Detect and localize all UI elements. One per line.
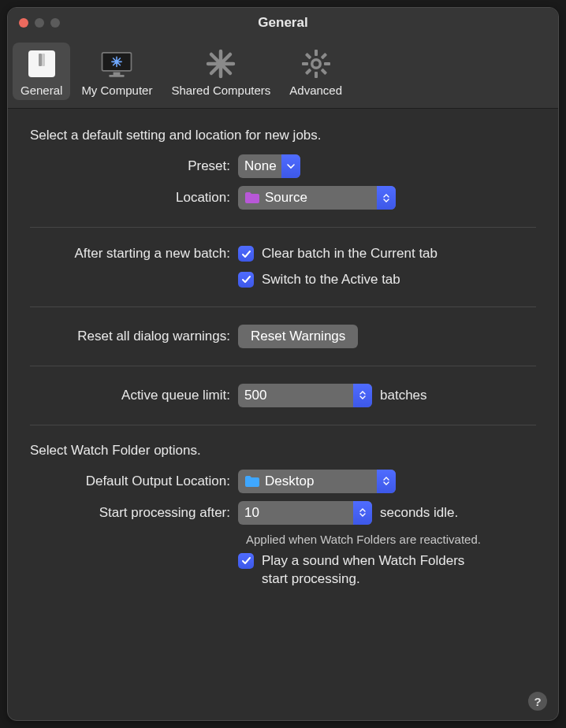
tab-label: General — [20, 84, 62, 97]
queue-limit-suffix: batches — [380, 388, 427, 403]
help-button[interactable]: ? — [528, 692, 547, 711]
separator — [30, 425, 536, 425]
titlebar: General — [8, 8, 558, 38]
separator — [30, 366, 536, 366]
location-popup[interactable]: Source — [238, 186, 396, 210]
queue-limit-label: Active queue limit: — [30, 388, 238, 403]
svg-rect-13 — [320, 53, 326, 59]
tab-general[interactable]: General — [13, 43, 70, 100]
start-processing-label: Start processing after: — [30, 505, 238, 521]
preset-value: None — [244, 158, 281, 174]
reset-warnings-button-label: Reset Warnings — [251, 329, 345, 344]
folder-blue-icon — [244, 475, 260, 488]
updown-icon — [377, 470, 396, 493]
checkmark-icon — [238, 246, 254, 262]
zoom-window-button[interactable] — [50, 18, 60, 28]
separator — [30, 227, 536, 228]
tab-label: Advanced — [289, 84, 342, 97]
play-sound-checkbox[interactable]: Play a sound when Watch Folders start pr… — [238, 552, 482, 589]
general-icon — [24, 47, 59, 80]
svg-rect-11 — [302, 62, 308, 65]
svg-rect-4 — [114, 72, 121, 76]
output-location-label: Default Output Location: — [30, 474, 238, 489]
close-window-button[interactable] — [19, 18, 28, 28]
switch-active-checkbox[interactable]: Switch to the Active tab — [238, 271, 400, 289]
general-pane: Select a default setting and location fo… — [8, 109, 558, 720]
play-sound-label: Play a sound when Watch Folders start pr… — [262, 552, 482, 589]
clear-batch-checkbox[interactable]: Clear batch in the Current tab — [238, 245, 438, 263]
tab-shared-computers[interactable]: Shared Computers — [163, 43, 278, 100]
svg-rect-14 — [305, 69, 311, 75]
svg-point-17 — [313, 61, 318, 67]
svg-rect-16 — [320, 69, 326, 75]
watch-folder-hint: Applied when Watch Folders are reactivat… — [246, 533, 536, 546]
output-location-value: Desktop — [265, 474, 377, 489]
updown-icon — [377, 186, 396, 210]
window-controls — [8, 18, 60, 28]
queue-limit-value: 500 — [244, 388, 353, 403]
location-label: Location: — [30, 190, 238, 206]
reset-warnings-label: Reset all dialog warnings: — [30, 329, 238, 344]
folder-purple-icon — [244, 191, 260, 204]
checkmark-icon — [238, 553, 254, 569]
location-value: Source — [265, 190, 377, 206]
updown-icon — [353, 384, 372, 407]
start-processing-popup[interactable]: 10 — [238, 501, 372, 525]
shared-computers-icon — [203, 47, 238, 80]
svg-rect-1 — [39, 54, 42, 66]
help-icon: ? — [534, 695, 541, 708]
preset-popup[interactable]: None — [238, 154, 300, 178]
reset-warnings-button[interactable]: Reset Warnings — [238, 325, 358, 348]
tab-label: Shared Computers — [171, 84, 270, 97]
svg-rect-2 — [42, 54, 45, 66]
start-processing-suffix: seconds idle. — [380, 505, 458, 521]
queue-limit-popup[interactable]: 500 — [238, 384, 372, 407]
minimize-window-button[interactable] — [35, 18, 44, 28]
start-processing-value: 10 — [244, 505, 353, 521]
svg-rect-10 — [315, 72, 318, 78]
computer-icon — [99, 47, 134, 80]
tab-label: My Computer — [81, 84, 152, 97]
svg-point-7 — [218, 61, 225, 68]
gear-icon — [299, 47, 333, 80]
svg-rect-9 — [315, 50, 318, 56]
svg-rect-15 — [305, 53, 311, 59]
checkmark-icon — [238, 272, 254, 288]
preferences-toolbar: General My Computer — [8, 38, 558, 109]
output-location-popup[interactable]: Desktop — [238, 470, 396, 493]
updown-icon — [353, 501, 372, 525]
default-jobs-heading: Select a default setting and location fo… — [30, 128, 536, 143]
clear-batch-label: Clear batch in the Current tab — [262, 245, 438, 263]
tab-my-computer[interactable]: My Computer — [73, 43, 160, 100]
svg-rect-12 — [324, 62, 330, 65]
after-batch-label: After starting a new batch: — [30, 246, 238, 262]
separator — [30, 306, 536, 307]
switch-active-label: Switch to the Active tab — [262, 271, 400, 289]
svg-point-6 — [115, 60, 118, 63]
preferences-window: General General — [7, 7, 559, 721]
chevron-down-icon — [281, 154, 300, 178]
tab-advanced[interactable]: Advanced — [281, 43, 350, 100]
preset-label: Preset: — [30, 158, 238, 174]
window-title: General — [8, 15, 558, 31]
watch-folder-heading: Select Watch Folder options. — [30, 443, 536, 459]
svg-rect-5 — [110, 75, 125, 77]
